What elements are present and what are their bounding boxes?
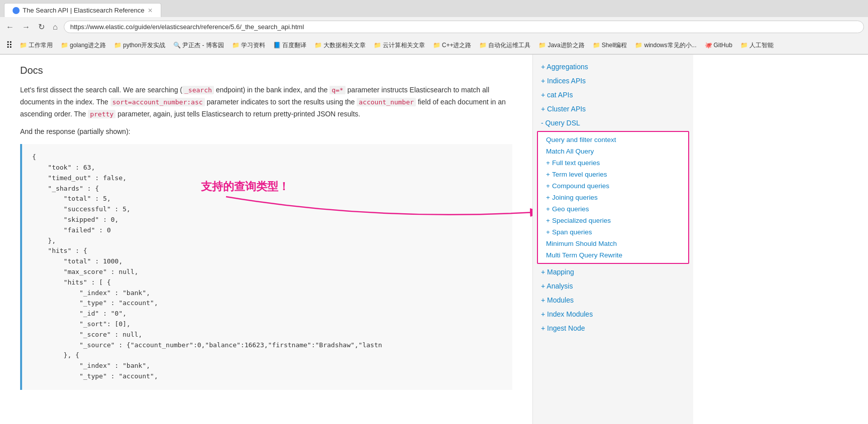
bookmark-ai[interactable]: 📁 人工智能 [737,40,777,51]
docs-title: Docs [20,65,512,76]
tab-bar: The Search API | Elasticsearch Reference… [0,0,868,17]
sidebar-subitem-geo[interactable]: + Geo queries [538,203,688,215]
bookmark-java[interactable]: 📁 Java进阶之路 [535,40,587,51]
sidebar-subitem-term-level[interactable]: + Term level queries [538,169,688,180]
sidebar-item-mapping[interactable]: Mapping [533,265,693,279]
sidebar-subitem-full-text[interactable]: + Full text queries [538,157,688,169]
tab-title: The Search API | Elasticsearch Reference [23,7,145,14]
bookmark-shell[interactable]: 📁 Shell编程 [590,40,630,51]
bookmark-github[interactable]: 🐙 GitHub [702,41,735,50]
sidebar-item-modules[interactable]: Modules [533,293,693,307]
tab-close-button[interactable]: ✕ [148,7,153,14]
annotation-container: { "took" : 63, "timed_out" : false, "_sh… [20,144,512,390]
bookmark-study[interactable]: 📁 学习资料 [229,40,268,51]
sidebar-item-cat-apis[interactable]: cat APIs [533,88,693,102]
bookmark-yinzhengjie[interactable]: 🔍 尹正杰 - 博客园 [170,40,227,51]
code-search: _search [182,86,214,94]
reload-button[interactable]: ↻ [36,20,47,34]
sidebar-item-ingest-node[interactable]: Ingest Node [533,321,693,335]
sidebar-subitem-query-filter-context[interactable]: Query and filter context [538,134,688,146]
sidebar-item-analysis[interactable]: Analysis [533,279,693,293]
page-body: Docs Let's first dissect the search call… [0,55,868,424]
intro-paragraph: Let's first dissect the search call. We … [20,84,512,120]
sidebar-subitem-specialized[interactable]: + Specialized queries [538,215,688,226]
bookmark-golang[interactable]: 📁 golang进之路 [58,40,109,51]
sidebar-subitem-compound[interactable]: + Compound queries [538,180,688,192]
apps-button[interactable]: ⠿ [4,39,15,52]
sidebar-query-dsl-expanded: Query and filter context Match All Query… [537,131,689,264]
main-content: Docs Let's first dissect the search call… [0,55,532,424]
response-label: And the response (partially shown): [20,126,512,138]
back-button[interactable]: ← [4,21,16,34]
bookmark-devops[interactable]: 📁 自动化运维工具 [476,40,533,51]
bookmark-bigdata[interactable]: 📁 大数据相关文章 [311,40,369,51]
bookmark-workcommon[interactable]: 📁 工作常用 [17,40,56,51]
forward-button[interactable]: → [20,21,32,34]
sidebar-subitem-match-all-query[interactable]: Match All Query [538,146,688,157]
code-pretty: pretty [88,110,116,118]
browser-chrome: The Search API | Elasticsearch Reference… [0,0,868,55]
code-q: q=* [330,86,345,94]
sidebar-item-aggregations[interactable]: Aggregations [533,60,693,74]
sidebar-item-indices-apis[interactable]: Indices APIs [533,74,693,88]
annotation-arrow [201,192,532,232]
sidebar-subitem-minimum-should-match[interactable]: Minimum Should Match [538,238,688,249]
bookmarks-bar: ⠿ 📁 工作常用 📁 golang进之路 📁 python开发实战 🔍 尹正杰 … [0,37,868,54]
bookmark-windows[interactable]: 📁 windows常见的小... [632,40,699,51]
sidebar-item-cluster-apis[interactable]: Cluster APIs [533,102,693,116]
bookmark-baidu[interactable]: 📘 百度翻译 [270,40,309,51]
bookmark-cpp[interactable]: 📁 C++进之路 [430,40,475,51]
sidebar: Aggregations Indices APIs cat APIs Clust… [532,55,693,424]
browser-tab[interactable]: The Search API | Elasticsearch Reference… [4,3,161,17]
sidebar-item-index-modules[interactable]: Index Modules [533,307,693,321]
code-sort: sort=account_number:asc [111,98,205,106]
home-button[interactable]: ⌂ [51,21,60,34]
nav-bar: ← → ↻ ⌂ [0,17,868,37]
sidebar-subitem-span[interactable]: + Span queries [538,226,688,238]
sidebar-subitem-multi-term-rewrite[interactable]: Multi Term Query Rewrite [538,249,688,261]
sidebar-subitem-joining[interactable]: + Joining queries [538,192,688,203]
tab-favicon [13,7,20,14]
sidebar-item-query-dsl[interactable]: Query DSL [533,116,693,130]
bookmark-python[interactable]: 📁 python开发实战 [111,40,168,51]
address-bar[interactable] [64,21,864,33]
bookmark-cloud[interactable]: 📁 云计算相关文章 [371,40,428,51]
code-account-number: account_number [357,98,416,106]
